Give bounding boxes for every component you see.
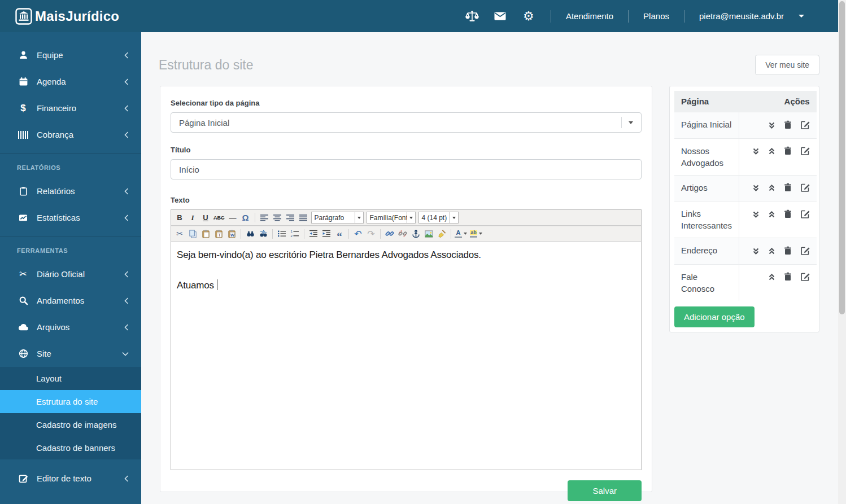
- move-up-icon[interactable]: [768, 209, 775, 221]
- edit-icon[interactable]: [801, 120, 810, 132]
- paste-as-text-button[interactable]: T: [212, 227, 225, 240]
- edit-icon[interactable]: [801, 272, 810, 284]
- chevron-down-icon[interactable]: [799, 15, 804, 17]
- align-center-button[interactable]: [271, 212, 284, 224]
- move-down-icon[interactable]: [752, 146, 760, 158]
- bold-button[interactable]: B: [173, 212, 186, 224]
- bullet-list-button[interactable]: [276, 227, 288, 240]
- sidebar-item-editor-de-texto[interactable]: Editor de texto: [0, 465, 141, 492]
- paste-from-word-button[interactable]: W: [225, 227, 238, 240]
- navbar-divider: [684, 10, 684, 23]
- chevron-down-icon[interactable]: [464, 233, 467, 235]
- insert-image-button[interactable]: [422, 227, 435, 240]
- sidebar-item-cobranca[interactable]: Cobrança: [0, 121, 141, 148]
- account-menu[interactable]: pietra@meusite.adv.br: [692, 11, 791, 21]
- align-left-button[interactable]: [258, 212, 271, 224]
- horizontal-rule-button[interactable]: —: [226, 212, 239, 224]
- toolbar-separator: [255, 213, 255, 222]
- strikethrough-button[interactable]: ABC: [212, 212, 226, 224]
- delete-icon[interactable]: [784, 246, 792, 258]
- submenu-item-cadastro-de-imagens[interactable]: Cadastro de imagens: [0, 413, 141, 436]
- format-select[interactable]: Parágrafo: [311, 212, 364, 223]
- outdent-button[interactable]: [307, 227, 320, 240]
- move-down-icon[interactable]: [752, 246, 760, 258]
- sidebar-item-financeiro[interactable]: $ Financeiro: [0, 95, 141, 121]
- move-up-icon[interactable]: [768, 246, 775, 258]
- numbered-list-button[interactable]: 12: [289, 227, 301, 240]
- nav-link-atendimento[interactable]: Atendimento: [559, 11, 620, 21]
- delete-icon[interactable]: [784, 209, 792, 221]
- font-family-select-value: Família(Fonte: [367, 212, 407, 223]
- sidebar-item-diario-oficial[interactable]: ✂ Diário Oficial: [0, 261, 141, 287]
- delete-icon[interactable]: [784, 272, 792, 284]
- delete-icon[interactable]: [784, 146, 792, 158]
- redo-button[interactable]: ↷: [365, 227, 377, 240]
- move-down-icon[interactable]: [752, 209, 760, 221]
- title-input[interactable]: [171, 159, 642, 179]
- sidebar-item-site[interactable]: Site: [0, 340, 141, 367]
- highlight-color-button[interactable]: ab: [469, 227, 478, 240]
- submenu-item-estrutura-do-site[interactable]: Estrutura do site: [0, 390, 141, 413]
- save-button[interactable]: Salvar: [568, 480, 642, 501]
- title-field-label: Título: [171, 146, 642, 154]
- text-color-button[interactable]: A: [454, 227, 463, 240]
- scrollbar-thumb[interactable]: [839, 1, 845, 314]
- undo-button[interactable]: ↶: [352, 227, 364, 240]
- mail-icon[interactable]: [486, 12, 514, 20]
- anchor-button[interactable]: [409, 227, 422, 240]
- font-size-select[interactable]: 4 (14 pt): [418, 212, 459, 223]
- edit-icon[interactable]: [801, 146, 810, 158]
- italic-button[interactable]: I: [186, 212, 199, 224]
- submenu-item-label: Estrutura do site: [36, 397, 98, 406]
- sidebar-item-equipe[interactable]: Equipe: [0, 42, 141, 68]
- sidebar-item-andamentos[interactable]: Andamentos: [0, 287, 141, 314]
- special-char-button[interactable]: Ω: [239, 212, 252, 224]
- brand-logo[interactable]: MaisJurídico: [15, 8, 119, 25]
- scales-icon[interactable]: [458, 10, 486, 23]
- chevron-down-icon[interactable]: [479, 233, 482, 235]
- rich-text-editor: B I U ABC — Ω Parágrafo Família(Fonte: [171, 209, 642, 470]
- align-right-button[interactable]: [284, 212, 296, 224]
- move-down-icon[interactable]: [768, 120, 775, 132]
- submenu-item-layout[interactable]: Layout: [0, 367, 141, 390]
- sidebar-item-label: Cobrança: [37, 130, 124, 139]
- find-button[interactable]: [244, 227, 256, 240]
- align-justify-button[interactable]: [297, 212, 309, 224]
- view-site-button[interactable]: Ver meu site: [755, 55, 819, 75]
- move-up-icon[interactable]: [768, 183, 775, 195]
- navbar-divider: [628, 10, 629, 23]
- highlight-color-letter: ab: [470, 230, 477, 235]
- page-type-select[interactable]: Página Inicial: [171, 112, 642, 133]
- move-down-icon[interactable]: [752, 183, 760, 195]
- move-up-icon[interactable]: [768, 146, 775, 158]
- edit-icon[interactable]: [801, 209, 810, 221]
- underline-button[interactable]: U: [199, 212, 212, 224]
- find-replace-button[interactable]: [257, 227, 269, 240]
- move-up-icon[interactable]: [768, 272, 775, 284]
- toolbar-separator: [380, 229, 381, 239]
- add-option-button[interactable]: Adicionar opção: [674, 306, 755, 327]
- nav-link-planos[interactable]: Planos: [636, 11, 676, 21]
- gear-icon[interactable]: ⚙: [514, 10, 543, 23]
- font-family-select[interactable]: Família(Fonte: [367, 212, 416, 223]
- editor-content[interactable]: Seja bem-vindo(a) ao escritório Pietra B…: [171, 242, 641, 470]
- remove-link-button[interactable]: [396, 227, 409, 240]
- edit-icon[interactable]: [801, 183, 810, 195]
- insert-link-button[interactable]: [383, 227, 396, 240]
- page-scrollbar[interactable]: [838, 0, 846, 504]
- sidebar-item-arquivos[interactable]: Arquivos: [0, 314, 141, 340]
- sidebar-item-relatorios[interactable]: Relatórios: [0, 178, 141, 204]
- cleanup-button[interactable]: [435, 227, 448, 240]
- copy-button[interactable]: [186, 227, 199, 240]
- delete-icon[interactable]: [784, 120, 792, 132]
- paste-button[interactable]: [199, 227, 212, 240]
- table-row: Endereço: [674, 238, 817, 265]
- blockquote-button[interactable]: “: [333, 227, 346, 240]
- indent-button[interactable]: [320, 227, 333, 240]
- delete-icon[interactable]: [784, 183, 792, 195]
- cut-button[interactable]: ✂: [173, 227, 186, 240]
- sidebar-item-estatisticas[interactable]: Estatísticas: [0, 204, 141, 231]
- sidebar-item-agenda[interactable]: Agenda: [0, 68, 141, 95]
- submenu-item-cadastro-de-banners[interactable]: Cadastro de banners: [0, 436, 141, 459]
- edit-icon[interactable]: [801, 246, 810, 258]
